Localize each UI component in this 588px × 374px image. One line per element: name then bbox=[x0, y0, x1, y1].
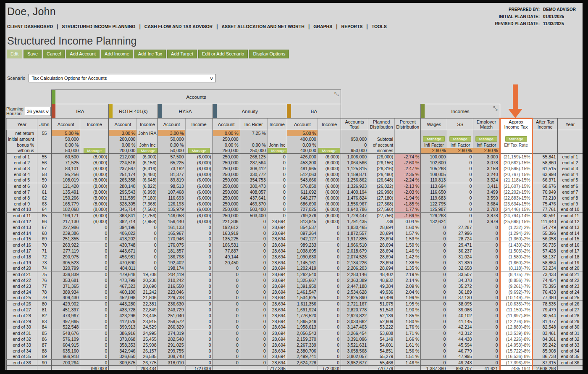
add-income-button[interactable]: Add Income bbox=[101, 50, 133, 58]
value-cell: 0 bbox=[80, 348, 109, 354]
value-cell: 198,174 bbox=[158, 266, 185, 271]
config-cell bbox=[240, 136, 267, 142]
value-cell: 72 bbox=[37, 254, 52, 260]
year-cell: end of 27 bbox=[7, 307, 37, 313]
value-cell: 0 bbox=[318, 242, 341, 248]
expand-icon[interactable]: ⤡ bbox=[334, 91, 339, 97]
manage-button[interactable]: Manage bbox=[268, 148, 287, 153]
save-button[interactable]: Save bbox=[24, 50, 42, 58]
value-cell: 358,353 bbox=[109, 342, 137, 348]
value-cell: (26,998) bbox=[368, 189, 395, 195]
value-cell: 217,130 bbox=[52, 219, 80, 224]
total-cell: 293,434 bbox=[137, 366, 158, 370]
value-cell: 481,965 bbox=[287, 166, 318, 171]
manage-button[interactable]: Manage bbox=[137, 148, 158, 153]
value-cell: 2,283,146 bbox=[341, 271, 368, 277]
manage-button[interactable]: Manage bbox=[318, 148, 340, 153]
display-options-button[interactable]: Display Options bbox=[249, 50, 289, 58]
value-cell: 353,681 bbox=[52, 277, 80, 283]
manage-button[interactable]: Manage bbox=[84, 148, 105, 153]
column-header-row: YearJohnAccountIncomeAccountIncomeAccoun… bbox=[7, 119, 583, 130]
config-row-initial-amount: initial amount50,000200,00050,000250,000… bbox=[7, 136, 583, 142]
manage-button[interactable]: Manage bbox=[505, 136, 527, 142]
add-account-button[interactable]: Add Account bbox=[66, 50, 100, 58]
value-cell: 0 bbox=[80, 307, 109, 313]
value-cell: 161,133 bbox=[158, 224, 185, 230]
config-cell: 5.00 % bbox=[52, 130, 80, 136]
year-cell: end of 25 bbox=[7, 295, 37, 301]
value-cell: 0 bbox=[80, 266, 109, 271]
nav-item-asset-allocation-and-net-worth[interactable]: ASSET ALLOCATION AND NET WORTH bbox=[222, 24, 304, 29]
value-cell: 2,018,679 bbox=[341, 248, 368, 254]
value-cell: 467,323 bbox=[109, 283, 137, 289]
value-cell: 1.50 % bbox=[395, 242, 421, 248]
value-cell: 604,915 bbox=[52, 342, 80, 348]
col-header-year-21: Year bbox=[557, 119, 583, 130]
nav-item-reports[interactable]: REPORTS bbox=[341, 24, 363, 29]
value-cell: 1,325,667 bbox=[287, 277, 318, 283]
value-cell: 28,694 bbox=[267, 336, 287, 342]
edit-or-add-scenario-button[interactable]: Edit or Add Scenario bbox=[198, 50, 248, 58]
value-cell: 28,694 bbox=[267, 330, 287, 336]
group-header-annuity: Annuity bbox=[213, 104, 287, 119]
value-cell: 0 bbox=[185, 289, 213, 295]
config-cell: 0.00 % bbox=[240, 142, 267, 148]
value-cell: 0 bbox=[473, 336, 500, 342]
value-cell: 22,849 bbox=[137, 307, 158, 313]
value-cell: 0 bbox=[185, 330, 213, 336]
value-cell: 199,171 bbox=[52, 213, 80, 219]
value-cell: 0 bbox=[80, 254, 109, 260]
table-row: end of 3589666,9180326,65026,585308,7480… bbox=[7, 354, 583, 360]
value-cell: 28,694 bbox=[368, 236, 395, 242]
planning-horizon-select[interactable]: 36 years ∨ bbox=[25, 107, 51, 116]
expand-icon[interactable]: ⤡ bbox=[493, 105, 497, 112]
incomes-band-label: Incomes bbox=[451, 109, 469, 114]
nav-item-structured-income-planning[interactable]: STRUCTURED INCOME PLANNING bbox=[62, 24, 135, 29]
value-cell: 28,694 bbox=[267, 242, 287, 248]
year-cell: end of 21 bbox=[557, 271, 583, 277]
value-cell: 1,958,613 bbox=[287, 324, 318, 330]
edit-button[interactable]: Edit bbox=[7, 50, 22, 58]
value-cell: 1.51 % bbox=[395, 354, 421, 360]
value-cell: 0 bbox=[447, 166, 473, 171]
year-cell: end of 33 bbox=[557, 342, 583, 348]
value-cell: 0 bbox=[240, 242, 267, 248]
nav-item-client-dashboard[interactable]: CLIENT DASHBOARD bbox=[7, 24, 53, 29]
value-cell: (27,180) bbox=[368, 195, 395, 201]
value-cell: 0 bbox=[473, 348, 500, 354]
value-cell: 0 bbox=[213, 348, 240, 354]
value-cell: 0 bbox=[267, 207, 287, 213]
config-cell: 50,000 bbox=[158, 148, 185, 154]
cancel-button[interactable]: Cancel bbox=[43, 50, 65, 58]
config-cell: Infl Factor bbox=[421, 142, 447, 148]
value-cell: 23,915 bbox=[137, 319, 158, 324]
value-cell: 258,572 bbox=[158, 319, 185, 324]
value-cell: 71,525 bbox=[52, 160, 80, 166]
value-cell: 3,979 bbox=[473, 219, 500, 224]
manage-button[interactable]: Manage bbox=[475, 136, 497, 142]
scenario-select[interactable]: Tax Calculation Options for Accounts ∨ bbox=[29, 74, 216, 82]
manage-button[interactable]: Manage bbox=[423, 136, 445, 142]
manage-button[interactable]: Manage bbox=[449, 136, 471, 142]
value-cell: 0 bbox=[318, 283, 341, 289]
value-cell: 3,684 bbox=[473, 201, 500, 207]
group-label: ROTH 401(k) bbox=[119, 109, 147, 114]
value-cell: 1,917,855 bbox=[341, 236, 368, 242]
value-cell: 77,761 bbox=[532, 207, 557, 213]
value-cell: 30,237 bbox=[447, 248, 473, 254]
nav-separator: | bbox=[139, 24, 140, 29]
manage-button[interactable]: Manage bbox=[188, 148, 210, 153]
value-cell: 429,902 bbox=[52, 301, 80, 307]
config-cell: 400,000 bbox=[287, 136, 318, 142]
value-cell: 2,134,226 bbox=[341, 260, 368, 266]
add-inc-tax-button[interactable]: Add Inc Tax bbox=[134, 50, 166, 58]
year-cell: end of 19 bbox=[7, 260, 37, 266]
value-cell: 0 bbox=[213, 336, 240, 342]
value-cell: 311,589 bbox=[109, 195, 137, 201]
add-target-button[interactable]: Add Target bbox=[167, 50, 197, 58]
nav-item-graphs[interactable]: GRAPHS bbox=[313, 24, 332, 29]
value-cell: 268,125 bbox=[240, 154, 267, 160]
value-cell: 443,280 bbox=[109, 301, 137, 307]
nav-item-tools[interactable]: TOOLS bbox=[372, 24, 387, 29]
nav-item-cash-flow-and-tax-advisor[interactable]: CASH FLOW AND TAX ADVISOR bbox=[144, 24, 213, 29]
